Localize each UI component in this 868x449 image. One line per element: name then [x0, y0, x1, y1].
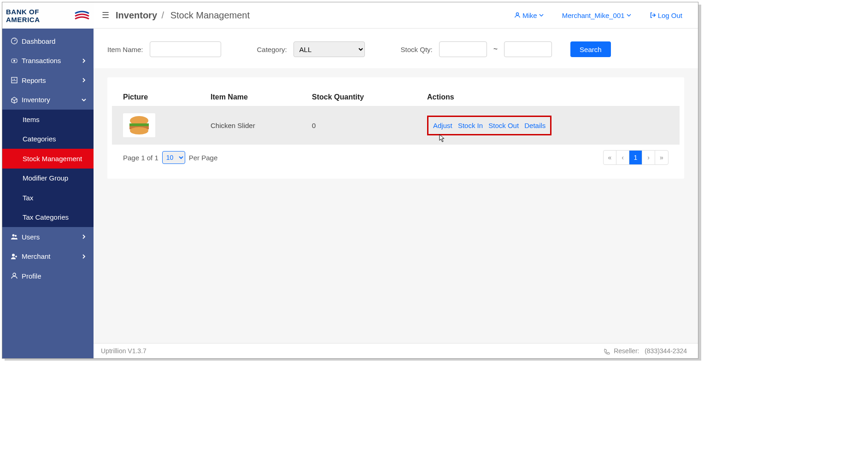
- breadcrumb-root: Inventory: [116, 10, 157, 20]
- svg-point-6: [12, 254, 15, 257]
- menu-toggle-icon[interactable]: ☰: [98, 10, 113, 20]
- logout-label: Log Out: [658, 12, 682, 19]
- page-current[interactable]: 1: [629, 151, 642, 164]
- reseller-label: Reseller:: [614, 347, 639, 355]
- sidebar-item-tax[interactable]: Tax: [2, 188, 94, 208]
- sidebar-item-transactions[interactable]: Transactions: [2, 51, 94, 71]
- col-picture: Picture: [112, 88, 199, 106]
- stock-in-link[interactable]: Stock In: [458, 122, 483, 129]
- page-next[interactable]: ›: [642, 151, 655, 164]
- sidebar-item-label: Categories: [23, 135, 56, 143]
- version-label: Uptrillion V1.3.7: [101, 347, 147, 355]
- range-separator: ~: [493, 45, 498, 53]
- chevron-down-icon: [82, 98, 86, 102]
- sidebar-item-label: Transactions: [22, 57, 61, 64]
- footer: Uptrillion V1.3.7 Reseller: (833)344-232…: [94, 343, 698, 358]
- details-link[interactable]: Details: [524, 122, 545, 129]
- user-icon: [514, 12, 521, 18]
- phone-icon: [604, 349, 610, 355]
- sidebar-item-label: Tax: [23, 194, 33, 202]
- sidebar-item-reports[interactable]: Reports: [2, 70, 94, 90]
- cell-stock-qty: 0: [301, 106, 416, 145]
- item-thumbnail: [123, 113, 155, 137]
- sidebar-item-label: Items: [23, 116, 40, 123]
- stock-qty-min-input[interactable]: [439, 41, 487, 57]
- box-icon: [11, 96, 22, 104]
- sidebar-item-label: Modifier Group: [23, 174, 68, 182]
- pager: « ‹ 1 › »: [603, 150, 669, 165]
- report-icon: [11, 76, 22, 84]
- sidebar-item-label: Reports: [22, 76, 46, 84]
- sidebar-item-profile[interactable]: Profile: [2, 266, 94, 286]
- chevron-down-icon: [539, 13, 544, 17]
- stock-qty-label: Stock Qty:: [401, 46, 433, 53]
- breadcrumb: Inventory / Stock Management: [116, 10, 250, 21]
- sidebar-item-modifier-group[interactable]: Modifier Group: [2, 169, 94, 188]
- actions-highlight: Adjust Stock In Stock Out Details: [427, 116, 551, 135]
- sidebar-item-dashboard[interactable]: Dashboard: [2, 31, 94, 51]
- per-page-select[interactable]: 10: [162, 151, 185, 164]
- user-name: Mike: [522, 12, 537, 19]
- main: ☰ Inventory / Stock Management Mike Me: [94, 2, 698, 358]
- col-actions: Actions: [416, 88, 680, 106]
- item-name-label: Item Name:: [107, 46, 143, 53]
- reseller-phone: (833)344-2324: [645, 347, 687, 355]
- sidebar-item-users[interactable]: Users: [2, 227, 94, 247]
- col-stock-qty: Stock Quantity: [301, 88, 416, 106]
- topbar: ☰ Inventory / Stock Management Mike Me: [94, 2, 698, 29]
- sidebar-item-tax-categories[interactable]: Tax Categories: [2, 208, 94, 227]
- page-prev[interactable]: ‹: [616, 151, 629, 164]
- svg-point-2: [13, 60, 15, 62]
- nav: Dashboard Transactions Reports: [2, 29, 94, 358]
- table-row: Chicken Slider 0 Adjust Stock In Stock O…: [112, 106, 680, 145]
- svg-point-12: [130, 127, 148, 134]
- sidebar: BANK OF AMERICA Dashboard Tran: [2, 2, 94, 358]
- users-icon: [11, 233, 22, 240]
- merchant-menu[interactable]: Merchant_Mike_001: [562, 12, 631, 19]
- chevron-right-icon: [82, 78, 86, 82]
- stock-table: Picture Item Name Stock Quantity Actions: [112, 88, 680, 145]
- sidebar-item-label: Merchant: [22, 252, 51, 260]
- sidebar-item-items[interactable]: Items: [2, 110, 94, 129]
- item-name-input[interactable]: [150, 41, 221, 57]
- breadcrumb-current: Stock Management: [170, 10, 250, 20]
- results-card: Picture Item Name Stock Quantity Actions: [107, 77, 684, 179]
- brand-flag-icon: [74, 11, 90, 21]
- chevron-right-icon: [82, 58, 86, 63]
- sidebar-item-categories[interactable]: Categories: [2, 129, 94, 149]
- page-first[interactable]: «: [604, 151, 616, 164]
- sidebar-item-label: Profile: [22, 272, 41, 280]
- chevron-down-icon: [627, 13, 631, 17]
- logout-button[interactable]: Log Out: [650, 12, 682, 19]
- profile-icon: [11, 272, 22, 280]
- chevron-right-icon: [82, 254, 86, 259]
- svg-rect-10: [129, 123, 149, 126]
- sidebar-item-inventory[interactable]: Inventory: [2, 90, 94, 110]
- per-page-label: Per Page: [189, 154, 218, 162]
- col-item-name: Item Name: [199, 88, 301, 106]
- sidebar-item-stock-management[interactable]: Stock Management: [2, 149, 94, 169]
- merchant-icon: [11, 253, 22, 260]
- adjust-link[interactable]: Adjust: [433, 122, 452, 129]
- sidebar-item-merchant[interactable]: Merchant: [2, 247, 94, 267]
- page-last[interactable]: »: [655, 151, 668, 164]
- merchant-name: Merchant_Mike_001: [562, 12, 625, 19]
- brand-text: BANK OF AMERICA: [6, 8, 71, 23]
- sidebar-item-label: Tax Categories: [23, 213, 69, 221]
- page-info: Page 1 of 1: [123, 154, 158, 162]
- search-button[interactable]: Search: [570, 41, 611, 57]
- stock-out-link[interactable]: Stock Out: [488, 122, 519, 129]
- brand-logo: BANK OF AMERICA: [2, 2, 94, 29]
- stock-qty-max-input[interactable]: [504, 41, 552, 57]
- pagination-row: Page 1 of 1 10 Per Page « ‹ 1 › »: [112, 145, 680, 165]
- svg-point-4: [12, 234, 15, 237]
- sidebar-item-label: Inventory: [22, 96, 50, 104]
- category-select[interactable]: ALL: [293, 41, 365, 57]
- svg-point-7: [13, 273, 16, 276]
- user-menu[interactable]: Mike: [514, 12, 544, 19]
- svg-point-5: [15, 235, 17, 237]
- svg-point-8: [516, 13, 518, 15]
- breadcrumb-separator: /: [160, 10, 166, 20]
- chevron-right-icon: [82, 234, 86, 239]
- cell-item-name: Chicken Slider: [199, 106, 301, 145]
